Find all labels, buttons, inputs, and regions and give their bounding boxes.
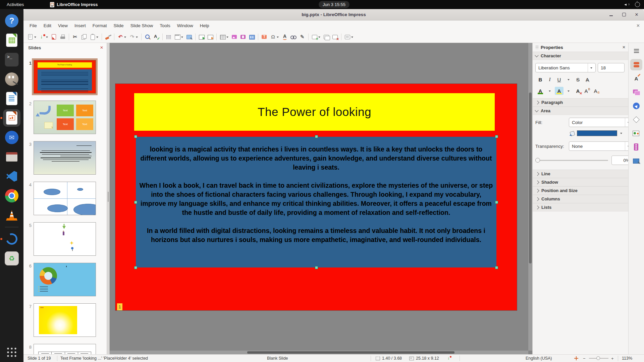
- chevron-down-icon[interactable]: [625, 142, 628, 150]
- zoom-out-button[interactable]: −: [583, 355, 586, 362]
- slide-layout-status[interactable]: Blank Slide: [267, 355, 288, 362]
- dock-item-libreoffice-calc[interactable]: [3, 32, 20, 49]
- strikethrough-button[interactable]: S: [574, 75, 582, 83]
- sidebar-tab-animation[interactable]: [630, 141, 642, 153]
- sidebar-close-icon[interactable]: [622, 45, 626, 50]
- slide-7-thumbnail[interactable]: 2023: [34, 303, 96, 337]
- italic-button[interactable]: I: [545, 75, 554, 83]
- print-button[interactable]: [59, 33, 67, 41]
- section-paragraph[interactable]: Paragraph: [533, 98, 628, 107]
- transparency-type-combobox[interactable]: None: [569, 141, 628, 151]
- vertical-scrollbar-thumb[interactable]: [529, 93, 532, 263]
- vertical-scrollbar[interactable]: [528, 43, 532, 351]
- highlighting-color-button[interactable]: A: [555, 87, 564, 95]
- insert-fontwork-button[interactable]: [281, 33, 289, 41]
- sidebar-tab-navigator[interactable]: [630, 100, 642, 112]
- menu-slide-show[interactable]: Slide Show: [127, 22, 157, 29]
- start-from-current-slide-button[interactable]: [206, 33, 214, 41]
- horizontal-scrollbar-thumb[interactable]: [247, 351, 454, 354]
- close-document-icon[interactable]: [636, 23, 640, 28]
- menu-file[interactable]: File: [26, 22, 40, 29]
- insert-hyperlink-button[interactable]: [289, 33, 298, 41]
- highlighting-options-button[interactable]: [564, 87, 573, 95]
- dropdown-arrow-icon[interactable]: [276, 35, 279, 39]
- sidebar-tab-menu[interactable]: [630, 45, 642, 57]
- dock-item-help[interactable]: [3, 12, 20, 29]
- dock-item-terminal[interactable]: [3, 51, 20, 68]
- slide-thumbnail-row[interactable]: 8: [23, 344, 107, 354]
- menu-help[interactable]: Help: [197, 22, 213, 29]
- zoom-in-button[interactable]: +: [611, 355, 614, 362]
- language-status[interactable]: English (USA): [526, 355, 552, 362]
- panel-splitter[interactable]: [107, 43, 110, 354]
- slide-thumbnail-row[interactable]: 4: [23, 182, 107, 215]
- dropdown-arrow-icon[interactable]: [124, 35, 127, 39]
- insert-table-button[interactable]: [219, 33, 230, 41]
- slide-canvas[interactable]: The Power of looking looking is a magica…: [110, 43, 532, 354]
- dropdown-arrow-icon[interactable]: [136, 35, 139, 39]
- dock-item-vscode[interactable]: [3, 168, 20, 185]
- activities-button[interactable]: Activities: [7, 2, 24, 7]
- dropdown-arrow-icon[interactable]: [96, 35, 99, 39]
- section-lists[interactable]: Lists: [533, 203, 628, 212]
- slide-6-thumbnail[interactable]: [34, 263, 96, 296]
- dock-item-chrome[interactable]: [3, 187, 20, 204]
- menu-slide[interactable]: Slide: [110, 22, 127, 29]
- section-area[interactable]: Area: [533, 107, 628, 115]
- underline-button[interactable]: U: [555, 75, 564, 83]
- clear-formatting-button[interactable]: A: [574, 87, 582, 95]
- new-slide-button[interactable]: [311, 33, 322, 41]
- dock-item-libreoffice-writer[interactable]: [3, 90, 20, 107]
- minimize-button[interactable]: [608, 12, 614, 17]
- slide-thumbnail-row[interactable]: 6: [23, 263, 107, 296]
- new-document-button[interactable]: [26, 33, 38, 41]
- menu-edit[interactable]: Edit: [40, 22, 55, 29]
- export-pdf-button[interactable]: [50, 33, 58, 41]
- section-position-and-size[interactable]: Position and Size: [533, 186, 628, 195]
- slide-count-status[interactable]: Slide 1 of 19: [28, 355, 51, 362]
- insert-text-box-button[interactable]: [260, 33, 268, 41]
- slide-thumbnail-row[interactable]: 2TextTextTextText: [23, 101, 107, 134]
- slide-layout-button[interactable]: [343, 33, 355, 41]
- font-name-combobox[interactable]: Liberation Sans: [535, 63, 596, 72]
- close-button[interactable]: [634, 12, 639, 17]
- dock-item-vlc[interactable]: [3, 206, 20, 224]
- fill-color-swatch[interactable]: [577, 130, 617, 136]
- transparency-slider-thumb[interactable]: [535, 158, 540, 163]
- transparency-percent-field[interactable]: 0%: [611, 156, 628, 165]
- titlebar[interactable]: big.pptx - LibreOffice Impress: [23, 9, 644, 20]
- slide-thumbnail-row[interactable]: 1The Power of looking: [23, 60, 107, 94]
- focused-app-menu[interactable]: LibreOffice Impress: [50, 2, 98, 7]
- dropdown-arrow-icon[interactable]: [46, 35, 49, 39]
- maximize-button[interactable]: [621, 12, 627, 17]
- cursor-position-status[interactable]: 1.40 / 3.68: [376, 355, 402, 362]
- start-from-first-slide-button[interactable]: [198, 33, 206, 41]
- font-color-options-button[interactable]: [545, 87, 554, 95]
- paste-button[interactable]: [89, 33, 100, 41]
- selection-handle-n[interactable]: [315, 135, 318, 138]
- slide-2-thumbnail[interactable]: TextTextTextText: [34, 101, 96, 134]
- undo-button[interactable]: ↶: [116, 33, 127, 41]
- dock-item-files[interactable]: [3, 148, 20, 166]
- transparency-slider[interactable]: [535, 160, 608, 161]
- menu-view[interactable]: View: [55, 22, 71, 29]
- superscript-button[interactable]: A: [583, 87, 592, 95]
- selection-handle-nw[interactable]: [134, 135, 137, 138]
- sidebar-tab-properties[interactable]: [630, 59, 642, 70]
- slide-thumbnail-row[interactable]: 72023: [23, 303, 107, 337]
- system-tray[interactable]: [624, 0, 640, 9]
- spelling-button[interactable]: [152, 33, 160, 41]
- duplicate-slide-button[interactable]: [322, 33, 330, 41]
- insert-line-button[interactable]: ✎: [298, 33, 306, 41]
- sidebar-tab-gallery[interactable]: [630, 86, 642, 98]
- cut-button[interactable]: ✂: [71, 33, 79, 41]
- underline-options-button[interactable]: [564, 75, 573, 83]
- slide-3-thumbnail[interactable]: [34, 141, 96, 175]
- subscript-button[interactable]: A: [592, 87, 601, 95]
- slide-thumbnail-row[interactable]: 3: [23, 141, 107, 175]
- dock-item-trash[interactable]: [3, 250, 20, 267]
- slide-4-thumbnail[interactable]: [34, 182, 96, 215]
- dropdown-arrow-icon[interactable]: [351, 35, 354, 39]
- slide-1-editing-area[interactable]: The Power of looking looking is a magica…: [115, 84, 517, 310]
- find-and-replace-button[interactable]: [144, 33, 152, 41]
